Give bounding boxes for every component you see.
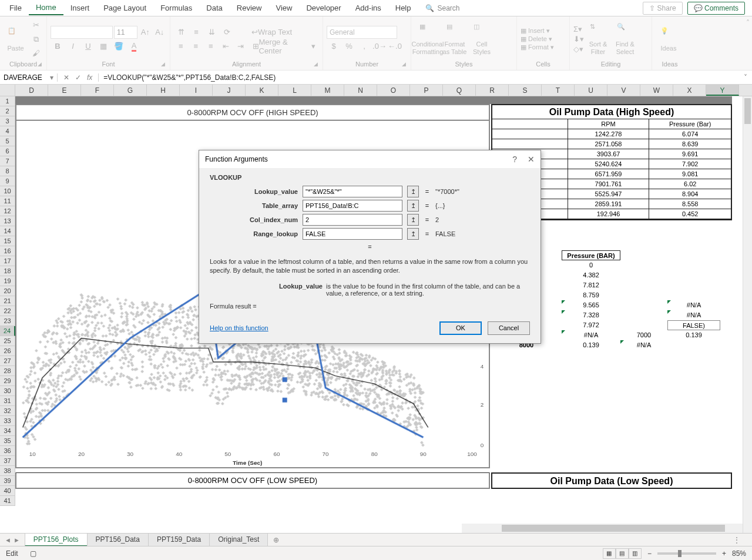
column-header[interactable]: I [180, 85, 213, 96]
row-header[interactable]: 40 [0, 486, 15, 496]
row-header[interactable]: 13 [0, 216, 15, 226]
sheet-tab[interactable]: PPT156_Plots [25, 534, 88, 546]
row-header[interactable]: 33 [0, 416, 15, 426]
menu-help[interactable]: Help [388, 1, 418, 15]
view-normal-button[interactable]: ▦ [603, 548, 616, 559]
row-header[interactable]: 7 [0, 156, 15, 166]
format-painter-button[interactable]: 🖌 [29, 47, 43, 60]
align-right-button[interactable]: ≡ [204, 40, 218, 53]
vertical-scrollbar[interactable] [743, 96, 752, 533]
column-header[interactable]: M [311, 85, 344, 96]
row-header[interactable]: 8 [0, 166, 15, 176]
copy-button[interactable]: ⧉ [29, 33, 43, 46]
macro-record-icon[interactable]: ▢ [30, 549, 36, 558]
insert-cells-button[interactable]: ▦ Insert ▾ [521, 27, 566, 35]
column-header[interactable]: V [607, 85, 640, 96]
row-header[interactable]: 22 [0, 306, 15, 316]
align-left-button[interactable]: ≡ [174, 40, 188, 53]
row-header[interactable]: 10 [0, 186, 15, 196]
increase-font-button[interactable]: A↑ [139, 26, 152, 39]
sheet-tab[interactable]: PPT156_Data [87, 534, 149, 546]
fill-color-button[interactable]: 🪣 [112, 40, 126, 53]
indent-dec-button[interactable]: ⇤ [219, 40, 233, 53]
column-header[interactable]: E [48, 85, 81, 96]
column-header[interactable]: Y [706, 85, 739, 96]
add-sheet-button[interactable]: ⊕ [267, 534, 285, 546]
font-launcher-icon[interactable]: ◢ [161, 61, 168, 68]
menu-insert[interactable]: Insert [63, 1, 97, 15]
orientation-button[interactable]: ⟳ [220, 26, 234, 39]
column-header[interactable]: R [476, 85, 509, 96]
menu-review[interactable]: Review [230, 1, 269, 15]
tab-menu-icon[interactable]: ⋮ [733, 536, 752, 544]
cancel-button[interactable]: Cancel [488, 321, 530, 335]
column-header[interactable]: F [81, 85, 114, 96]
row-header[interactable]: 41 [0, 496, 15, 506]
row-header[interactable]: 27 [0, 356, 15, 366]
border-button[interactable]: ▦ [96, 40, 110, 53]
row-header[interactable]: 36 [0, 446, 15, 456]
row-header[interactable]: 28 [0, 366, 15, 376]
row-header[interactable]: 26 [0, 346, 15, 356]
column-header[interactable]: K [246, 85, 278, 96]
row-header[interactable]: 38 [0, 466, 15, 476]
row-header[interactable]: 23 [0, 316, 15, 326]
dlg-input-1[interactable] [303, 200, 402, 212]
view-pagebreak-button[interactable]: ▥ [629, 548, 642, 559]
close-icon[interactable]: ✕ [528, 155, 535, 164]
currency-button[interactable]: $ [327, 40, 341, 53]
row-header[interactable]: 18 [0, 266, 15, 276]
row-header[interactable]: 15 [0, 236, 15, 246]
horizontal-scrollbar[interactable] [462, 524, 743, 533]
comma-button[interactable]: , [357, 40, 371, 53]
find-select-button[interactable]: 🔍Find & Select [612, 22, 638, 57]
fx-icon[interactable]: fx [87, 73, 92, 82]
align-top-button[interactable]: ⇈ [174, 26, 188, 39]
font-color-button[interactable]: A [127, 40, 141, 53]
menu-file[interactable]: File [2, 1, 29, 15]
indent-inc-button[interactable]: ⇥ [234, 40, 248, 53]
zoom-slider[interactable] [657, 552, 716, 555]
row-header[interactable]: 39 [0, 476, 15, 486]
autosum-icon[interactable]: Σ▾ [573, 25, 584, 33]
share-button[interactable]: ⇪ Share [643, 2, 682, 15]
row-header[interactable]: 32 [0, 406, 15, 416]
ok-button[interactable]: OK [439, 321, 482, 335]
row-header[interactable]: 11 [0, 196, 15, 206]
dlg-input-0[interactable] [303, 186, 402, 197]
number-format-select[interactable] [327, 26, 397, 39]
name-box[interactable]: DAVERAGE ▾ [0, 73, 58, 82]
menu-view[interactable]: View [268, 1, 299, 15]
row-header[interactable]: 1 [0, 96, 15, 106]
help-link[interactable]: Help on this function [210, 324, 268, 331]
row-header[interactable]: 24 [0, 326, 15, 336]
expand-formula-icon[interactable]: ˅ [739, 73, 752, 82]
dlg-input-3[interactable] [303, 228, 402, 240]
paste-button[interactable]: 📋 Paste [4, 22, 28, 57]
row-header[interactable]: 30 [0, 386, 15, 396]
alignment-launcher-icon[interactable]: ◢ [314, 61, 321, 68]
cancel-formula-icon[interactable]: ✕ [63, 73, 69, 82]
italic-button[interactable]: I [66, 40, 80, 53]
column-header[interactable]: X [673, 85, 706, 96]
decrease-font-button[interactable]: A↓ [153, 26, 167, 39]
column-header[interactable]: G [114, 85, 147, 96]
align-center-button[interactable]: ≡ [189, 40, 203, 53]
row-header[interactable]: 25 [0, 336, 15, 346]
range-select-icon[interactable]: ↥ [407, 200, 419, 212]
merge-button[interactable]: ⊞ Merge & Center ▾ [249, 40, 319, 53]
row-header[interactable]: 34 [0, 426, 15, 436]
menu-home[interactable]: Home [29, 1, 63, 15]
align-bottom-button[interactable]: ⇊ [204, 26, 219, 39]
column-header[interactable]: T [542, 85, 575, 96]
ribbon-collapse-button[interactable]: ˄ [744, 16, 752, 70]
row-header[interactable]: 17 [0, 256, 15, 266]
menu-page-layout[interactable]: Page Layout [96, 1, 153, 15]
clear-icon[interactable]: ◇▾ [573, 45, 584, 53]
row-header[interactable]: 14 [0, 226, 15, 236]
dlg-input-2[interactable] [303, 214, 402, 226]
column-header[interactable]: Q [443, 85, 476, 96]
row-header[interactable]: 19 [0, 276, 15, 286]
column-header[interactable]: N [344, 85, 377, 96]
align-middle-button[interactable]: ≡ [189, 26, 203, 39]
